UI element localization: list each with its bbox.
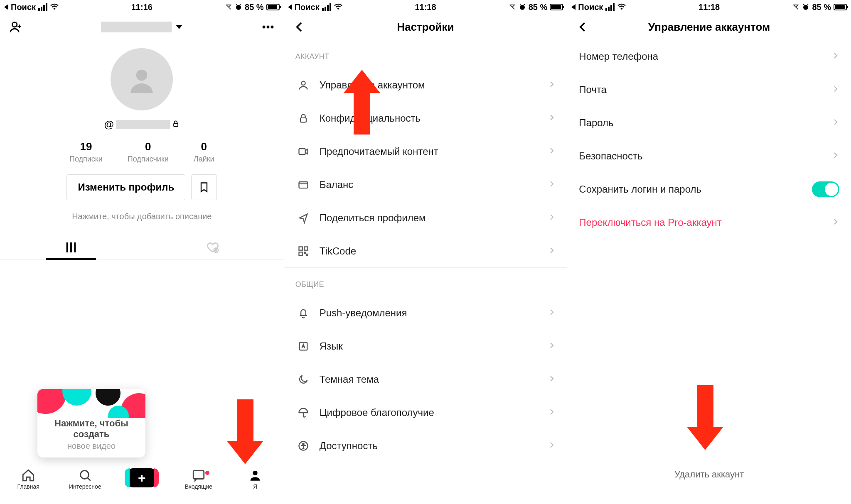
svg-rect-9 bbox=[193, 471, 204, 479]
chevron-right-icon bbox=[548, 342, 556, 351]
tooltip-line2: создать bbox=[37, 429, 145, 440]
svg-rect-16 bbox=[299, 247, 302, 250]
stat-followers[interactable]: 0 Подписчики bbox=[128, 140, 169, 164]
lock-icon bbox=[172, 119, 180, 130]
status-time: 11:18 bbox=[284, 2, 568, 12]
chevron-down-icon bbox=[176, 25, 182, 29]
status-time: 11:16 bbox=[0, 2, 284, 12]
chevron-right-icon bbox=[832, 85, 839, 94]
row-push[interactable]: Push-уведомления bbox=[284, 296, 568, 330]
chevron-right-icon bbox=[832, 118, 839, 127]
row-content-pref[interactable]: Предпочитаемый контент bbox=[284, 135, 568, 168]
status-bar: Поиск 11:18 85 % bbox=[567, 0, 851, 14]
settings-list: АККАУНТ Управление аккаунтом Конфиденциа… bbox=[284, 40, 568, 504]
stat-likes[interactable]: 0 Лайки bbox=[194, 140, 214, 164]
settings-screen: Поиск 11:18 85 % Настройки АККАУНТ Управ… bbox=[284, 0, 568, 504]
row-language[interactable]: Язык bbox=[284, 330, 568, 363]
svg-rect-20 bbox=[306, 254, 308, 256]
qr-icon bbox=[295, 245, 311, 257]
chevron-right-icon bbox=[548, 114, 556, 123]
tooltip-line1: Нажмите, чтобы bbox=[37, 418, 145, 429]
svg-rect-15 bbox=[299, 182, 307, 188]
bookmark-button[interactable] bbox=[191, 174, 217, 200]
status-time: 11:18 bbox=[567, 2, 851, 12]
chevron-right-icon bbox=[548, 213, 556, 223]
battery-icon bbox=[266, 4, 280, 10]
row-manage-account[interactable]: Управление аккаунтом bbox=[284, 69, 568, 102]
svg-point-12 bbox=[301, 81, 305, 85]
avatar[interactable] bbox=[111, 48, 173, 110]
row-share-profile[interactable]: Поделиться профилем bbox=[284, 201, 568, 235]
svg-rect-14 bbox=[299, 149, 305, 154]
stat-following[interactable]: 19 Подписки bbox=[69, 140, 103, 164]
delete-account-button[interactable]: Удалить аккаунт bbox=[567, 469, 851, 480]
wallet-icon bbox=[295, 179, 311, 191]
row-pro-account[interactable]: Переключиться на Pro-аккаунт bbox=[567, 206, 851, 239]
tab-me[interactable]: Я bbox=[235, 468, 275, 490]
row-privacy[interactable]: Конфиденциальность bbox=[284, 102, 568, 135]
chevron-right-icon bbox=[548, 247, 556, 256]
section-account-label: АККАУНТ bbox=[284, 40, 568, 69]
save-login-toggle[interactable] bbox=[812, 181, 839, 197]
edit-profile-button[interactable]: Изменить профиль bbox=[66, 174, 185, 200]
row-save-login[interactable]: Сохранить логин и пароль bbox=[567, 173, 851, 206]
row-tikcode[interactable]: TikCode bbox=[284, 235, 568, 268]
tab-grid[interactable] bbox=[0, 235, 142, 259]
row-dark-mode[interactable]: Темная тема bbox=[284, 363, 568, 396]
row-accessibility[interactable]: Доступность bbox=[284, 429, 568, 462]
chevron-right-icon bbox=[548, 408, 556, 417]
handle-redacted bbox=[116, 120, 170, 129]
section-general-label: ОБЩИЕ bbox=[284, 268, 568, 296]
username-dropdown[interactable] bbox=[0, 22, 284, 32]
chevron-right-icon bbox=[548, 375, 556, 384]
svg-point-5 bbox=[136, 70, 148, 81]
umbrella-icon bbox=[295, 407, 311, 418]
svg-rect-17 bbox=[304, 247, 307, 250]
stats-row: 19 Подписки 0 Подписчики 0 Лайки bbox=[69, 140, 214, 164]
svg-rect-19 bbox=[304, 252, 306, 254]
battery-icon bbox=[550, 4, 563, 10]
username-redacted bbox=[101, 22, 172, 32]
row-email[interactable]: Почта bbox=[567, 73, 851, 106]
row-security[interactable]: Безопасность bbox=[567, 139, 851, 173]
chevron-right-icon bbox=[548, 81, 556, 90]
tab-inbox[interactable]: Входящие bbox=[179, 468, 219, 490]
svg-point-8 bbox=[80, 471, 89, 479]
row-phone[interactable]: Номер телефона bbox=[567, 40, 851, 73]
chevron-right-icon bbox=[832, 52, 839, 61]
row-digital-wellbeing[interactable]: Цифровое благополучие bbox=[284, 396, 568, 429]
svg-point-23 bbox=[303, 443, 304, 445]
notification-dot bbox=[205, 471, 209, 475]
row-balance[interactable]: Баланс bbox=[284, 168, 568, 201]
title-bar bbox=[0, 14, 284, 40]
status-bar: Поиск 11:18 85 % bbox=[284, 0, 568, 14]
chevron-right-icon bbox=[548, 147, 556, 156]
annotation-arrow bbox=[354, 70, 380, 135]
tab-create[interactable]: + bbox=[122, 468, 162, 487]
moon-icon bbox=[295, 374, 311, 385]
svg-point-10 bbox=[253, 471, 258, 475]
language-icon bbox=[295, 340, 311, 352]
page-title: Настройки bbox=[284, 21, 568, 34]
tab-discover[interactable]: Интересное bbox=[65, 468, 105, 490]
svg-rect-6 bbox=[174, 123, 178, 127]
battery-icon bbox=[834, 4, 847, 10]
accessibility-icon bbox=[295, 440, 311, 452]
video-icon bbox=[295, 146, 311, 157]
svg-rect-18 bbox=[299, 252, 302, 255]
share-icon bbox=[295, 212, 311, 224]
bio-hint[interactable]: Нажмите, чтобы добавить описание bbox=[72, 212, 212, 221]
create-video-tooltip: Нажмите, чтобы создать новое видео bbox=[37, 389, 145, 458]
row-password[interactable]: Пароль bbox=[567, 106, 851, 139]
person-icon bbox=[295, 79, 311, 91]
page-title: Управление аккаунтом bbox=[567, 21, 851, 34]
chevron-right-icon bbox=[832, 218, 839, 227]
lock-icon bbox=[295, 113, 311, 124]
handle-row: @ bbox=[104, 119, 180, 130]
profile-screen: Поиск 11:16 85 % @ bbox=[0, 0, 284, 504]
chevron-right-icon bbox=[832, 152, 839, 161]
tab-liked[interactable] bbox=[142, 235, 283, 259]
chevron-right-icon bbox=[548, 441, 556, 450]
tab-home[interactable]: Главная bbox=[8, 468, 48, 490]
title-bar: Настройки bbox=[284, 14, 568, 40]
